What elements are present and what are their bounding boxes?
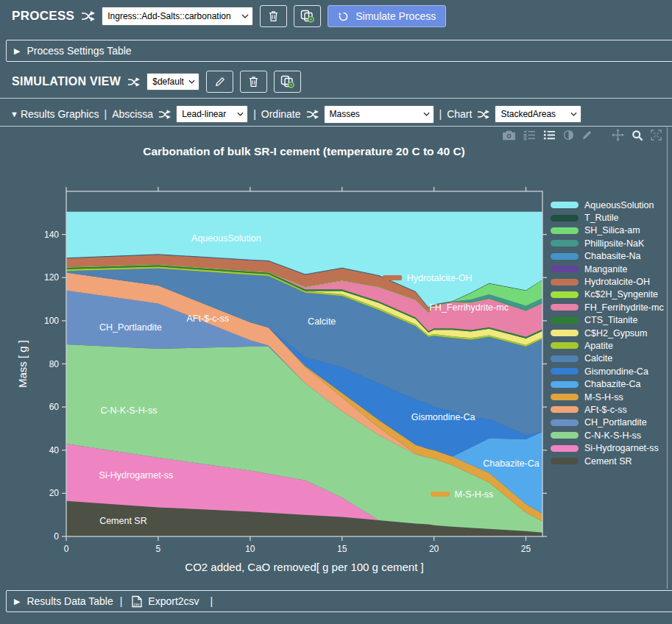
- y-axis-title: Mass [ g ]: [16, 340, 29, 388]
- x-tick-label: 20: [429, 544, 439, 554]
- process-toolbar: PROCESS Ingress::Add-Salts::carbonation …: [12, 5, 446, 27]
- legend-label: C$H2_Gypsum: [584, 328, 647, 338]
- legend-item[interactable]: Calcite: [551, 352, 664, 365]
- legend-label: AFt-$-c-ss: [584, 405, 627, 415]
- delete-process-button[interactable]: [260, 5, 287, 27]
- legend-item[interactable]: C-N-K-S-H-ss: [551, 429, 664, 442]
- process-selector[interactable]: Ingress::Add-Salts::carbonation: [102, 7, 253, 26]
- separator-pipe: |: [211, 595, 213, 607]
- y-tick-label: 20: [49, 488, 60, 498]
- autoscale-expand-icon[interactable]: [651, 130, 662, 141]
- ordinate-selector[interactable]: Masses: [324, 105, 434, 124]
- results-data-table-toggle[interactable]: ▶ Results Data Table: [14, 595, 113, 607]
- legend-swatch: [551, 368, 579, 375]
- expanded-triangle-icon: ▼: [10, 110, 18, 118]
- separator-pipe: |: [439, 108, 442, 120]
- toggle-list-icon[interactable]: [543, 130, 556, 141]
- process-settings-toggle[interactable]: ▶ Process Settings Table: [6, 40, 672, 62]
- y-tick-label: 0: [54, 531, 59, 542]
- legend-swatch: [551, 406, 579, 413]
- separator-pipe: |: [120, 595, 123, 607]
- export2csv-button[interactable]: csv Export2csv: [132, 595, 199, 608]
- legend-swatch: [551, 458, 579, 464]
- legend-item[interactable]: SH_Silica-am: [551, 224, 664, 237]
- legend-item[interactable]: Phillipsite-NaK: [551, 237, 664, 249]
- legend-item[interactable]: Manganite: [551, 263, 664, 275]
- legend-item[interactable]: Si-Hydrogarnet-ss: [551, 442, 664, 454]
- legend-label: Phillipsite-NaK: [584, 238, 644, 249]
- process-selector-value: Ingress::Add-Salts::carbonation: [107, 11, 230, 21]
- y-tick-label: 80: [49, 359, 60, 369]
- legend-swatch: [551, 381, 579, 388]
- legend-swatch: [551, 215, 579, 221]
- chevron-down-icon: [241, 14, 249, 18]
- view-selector-value: $default: [152, 77, 184, 87]
- chart-type-selector-value: StackedAreas: [501, 109, 556, 119]
- clone-process-button[interactable]: [294, 5, 321, 27]
- chart-type-selector[interactable]: StackedAreas: [495, 105, 581, 123]
- ordinate-selector-value: Masses: [330, 109, 360, 119]
- legend-item[interactable]: Chabasite-Na: [551, 250, 664, 263]
- x-tick-label: 10: [245, 544, 255, 554]
- collapsed-triangle-icon: ▶: [14, 598, 20, 606]
- legend-item[interactable]: Chabazite-Ca: [551, 377, 664, 390]
- shuffle-icon[interactable]: [158, 110, 171, 119]
- view-selector[interactable]: $default: [146, 73, 199, 91]
- chevron-down-icon: [570, 112, 577, 116]
- shuffle-icon[interactable]: [306, 110, 319, 119]
- legend-item[interactable]: Hydrotalcite-OH: [551, 275, 664, 288]
- legend-swatch: [551, 419, 579, 426]
- edit-view-button[interactable]: [206, 71, 233, 93]
- results-graphics-toggle[interactable]: ▼ Results Graphics: [10, 108, 99, 120]
- y-tick-label: 40: [49, 445, 60, 455]
- contrast-icon[interactable]: [563, 130, 574, 141]
- copy-eye-icon: [280, 75, 295, 88]
- legend-label: Kc$2H_Syngenite: [584, 289, 658, 299]
- chart-label: Chart: [447, 108, 472, 120]
- legend-item[interactable]: C$H2_Gypsum: [551, 327, 664, 339]
- simulate-process-label: Simulate Process: [356, 10, 436, 22]
- results-data-table-label: Results Data Table: [26, 595, 113, 607]
- legend-item[interactable]: T_Rutile: [551, 211, 664, 224]
- results-graphics-label: Results Graphics: [21, 108, 99, 120]
- chevron-down-icon: [188, 79, 195, 84]
- chart-legend: AqueousSolutionT_RutileSH_Silica-amPhill…: [551, 199, 664, 467]
- copy-eye-icon: [300, 10, 315, 23]
- shuffle-icon[interactable]: [81, 11, 95, 21]
- chart-title: Carbonation of bulk SR-I cement (tempera…: [0, 145, 608, 158]
- legend-swatch: [551, 394, 579, 400]
- shuffle-icon[interactable]: [477, 110, 489, 119]
- legend-item[interactable]: CH_Portlandite: [551, 416, 664, 429]
- y-tick-label: 60: [49, 402, 60, 412]
- legend-swatch: [551, 432, 579, 439]
- legend-item[interactable]: Cement SR: [551, 455, 664, 467]
- legend-label: FH_Ferrihydrite-mc: [584, 302, 664, 313]
- zoom-magnifier-icon[interactable]: [632, 130, 643, 141]
- legend-item[interactable]: FH_Ferrihydrite-mc: [551, 301, 664, 313]
- recycle-icon: [338, 11, 349, 22]
- app-window: PROCESS Ingress::Add-Salts::carbonation …: [0, 0, 672, 624]
- shuffle-icon[interactable]: [127, 77, 140, 87]
- legend-label: Si-Hydrogarnet-ss: [584, 443, 659, 453]
- pencil-icon: [215, 77, 225, 87]
- legend-item[interactable]: Apatite: [551, 339, 664, 352]
- pan-move-icon[interactable]: [612, 129, 624, 141]
- legend-item[interactable]: AFt-$-c-ss: [551, 403, 664, 416]
- legend-swatch: [551, 202, 579, 208]
- legend-item[interactable]: M-S-H-ss: [551, 391, 664, 403]
- delete-view-button[interactable]: [240, 71, 267, 93]
- abscissa-selector[interactable]: Lead-linear: [176, 105, 248, 123]
- clone-view-button[interactable]: [274, 71, 301, 93]
- legend-item[interactable]: CTS_Titanite: [551, 314, 664, 327]
- legend-item[interactable]: Kc$2H_Syngenite: [551, 288, 664, 301]
- y-tick-label: 120: [44, 272, 59, 283]
- simulate-process-button[interactable]: Simulate Process: [328, 5, 446, 27]
- legend-swatch: [551, 240, 579, 247]
- legend-item[interactable]: Gismondine-Ca: [551, 365, 664, 377]
- camera-icon[interactable]: [502, 130, 516, 141]
- chevron-down-icon: [237, 112, 244, 116]
- axes-settings-icon[interactable]: [523, 130, 536, 141]
- legend-swatch: [551, 355, 579, 362]
- draw-pencil-icon[interactable]: [581, 130, 593, 141]
- legend-item[interactable]: AqueousSolution: [551, 199, 664, 211]
